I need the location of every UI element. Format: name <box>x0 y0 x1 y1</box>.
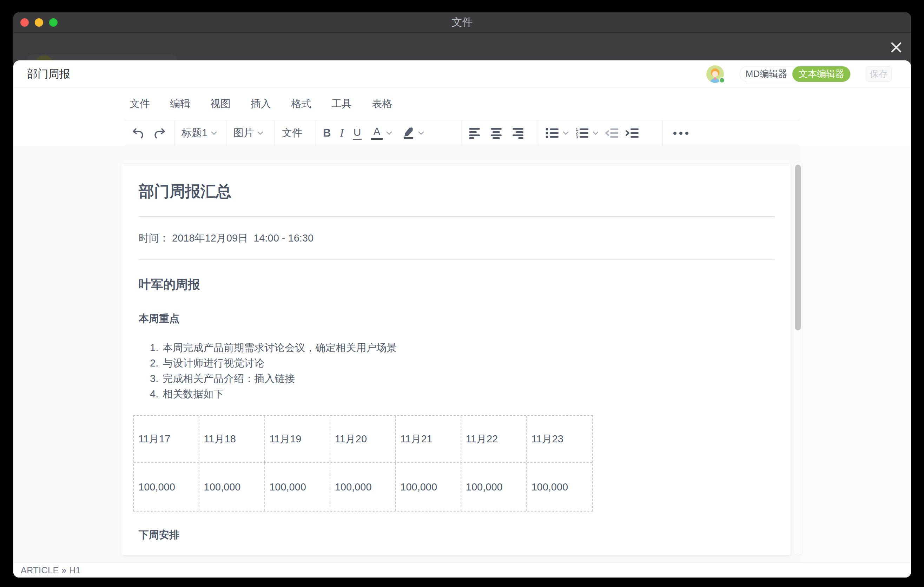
breadcrumb: ARTICLE » H1 <box>21 565 81 575</box>
table-value-cell[interactable]: 100,000 <box>265 463 330 511</box>
scrollbar-thumb[interactable] <box>795 165 801 330</box>
menu-item[interactable]: 表格 <box>367 95 397 113</box>
menu-item[interactable]: 视图 <box>205 95 236 113</box>
italic-button[interactable]: I <box>340 127 343 139</box>
bold-button[interactable]: B <box>323 127 331 139</box>
chevron-down-icon <box>386 131 392 135</box>
outdent-icon[interactable] <box>605 127 619 139</box>
more-group <box>663 120 799 146</box>
window-title: 文件 <box>13 15 911 30</box>
content-right-margin <box>803 146 911 562</box>
heading-group: 标题1 <box>175 120 226 146</box>
header-actions: MD编辑器 文本编辑器 保存 <box>706 60 892 87</box>
document-title-label: 部门周报 <box>27 67 70 81</box>
editor-mode-toggle: MD编辑器 文本编辑器 <box>740 66 851 82</box>
table-value-cell[interactable]: 100,000 <box>200 463 265 511</box>
divider <box>139 216 775 217</box>
md-editor-tab[interactable]: MD编辑器 <box>740 66 793 82</box>
list-item[interactable]: 完成相关产品介绍：插入链接 <box>150 371 775 386</box>
doc-ordered-list: 本周完成产品前期需求讨论会议，确定相关用户场景与设计师进行视觉讨论完成相关产品介… <box>139 340 775 402</box>
chevron-down-icon <box>418 131 424 135</box>
highlight-color-button[interactable] <box>401 126 424 140</box>
table-value-cell[interactable]: 100,000 <box>526 463 592 511</box>
file-group: 文件 <box>275 120 316 146</box>
menu-item[interactable]: 插入 <box>246 95 276 113</box>
align-center-icon[interactable] <box>490 127 503 139</box>
screen: 文件 部门周报 <box>0 0 924 587</box>
list-indent-group: 1 2 3 <box>538 120 663 146</box>
document-page[interactable]: 部门周报汇总 时间： 2018年12月09日 14:00 - 16:30 叶军的… <box>121 163 791 556</box>
text-editor-tab[interactable]: 文本编辑器 <box>792 66 851 82</box>
attach-file-button[interactable]: 文件 <box>282 126 302 140</box>
align-left-icon[interactable] <box>468 127 481 139</box>
menu-item[interactable]: 编辑 <box>165 95 195 113</box>
font-color-button[interactable]: A <box>371 126 392 140</box>
doc-heading-1[interactable]: 部门周报汇总 <box>139 181 775 202</box>
scrollbar-track[interactable] <box>793 162 803 556</box>
menu-bar: 文件编辑视图插入格式工具表格 <box>13 88 911 120</box>
text-style-group: B I U A <box>316 120 461 146</box>
menu-item[interactable]: 文件 <box>125 95 155 113</box>
history-group <box>125 120 175 146</box>
image-dropdown[interactable]: 图片 <box>233 126 263 140</box>
more-options-icon[interactable] <box>673 132 688 135</box>
align-right-icon[interactable] <box>512 127 525 139</box>
menu-item[interactable]: 工具 <box>327 95 357 113</box>
redo-icon[interactable] <box>153 127 166 139</box>
chevron-down-icon <box>563 131 569 135</box>
window-titlebar: 文件 <box>13 12 911 33</box>
svg-text:3: 3 <box>576 135 578 139</box>
numbered-list-icon: 1 2 3 <box>575 127 589 139</box>
numbered-list-button[interactable]: 1 2 3 <box>575 127 599 139</box>
highlighter-icon <box>401 126 414 140</box>
table-value-row: 100,000100,000100,000100,000100,000100,0… <box>134 463 592 511</box>
formatting-toolbar: 标题1 图片 文件 B I <box>125 120 799 146</box>
table-value-cell[interactable]: 100,000 <box>396 463 461 511</box>
table-header-cell[interactable]: 11月22 <box>461 416 527 462</box>
bullet-list-icon <box>545 127 559 139</box>
undo-icon[interactable] <box>132 127 144 139</box>
editor-modal: 部门周报 <box>13 60 911 577</box>
table-header-cell[interactable]: 11月21 <box>396 416 461 462</box>
heading-dropdown[interactable]: 标题1 <box>182 126 217 140</box>
list-item[interactable]: 与设计师进行视觉讨论 <box>150 355 775 371</box>
indent-icon[interactable] <box>625 127 639 139</box>
doc-section-heading[interactable]: 叶军的周报 <box>139 276 775 293</box>
menu-item[interactable]: 格式 <box>286 95 316 113</box>
table-value-cell[interactable]: 100,000 <box>330 463 396 511</box>
table-header-row: 11月1711月1811月1911月2011月2111月2211月23 <box>134 416 592 463</box>
doc-subsection-this-week[interactable]: 本周重点 <box>139 312 775 326</box>
alignment-group <box>461 120 538 146</box>
doc-subsection-next-week[interactable]: 下周安排 <box>139 528 775 542</box>
modal-header: 部门周报 <box>13 60 911 88</box>
table-header-cell[interactable]: 11月23 <box>526 416 592 462</box>
table-header-cell[interactable]: 11月19 <box>265 416 330 462</box>
app-window: 文件 部门周报 <box>13 12 911 577</box>
table-header-cell[interactable]: 11月17 <box>134 416 200 462</box>
chevron-down-icon <box>257 131 263 135</box>
table-header-cell[interactable]: 11月18 <box>200 416 265 462</box>
bullet-list-button[interactable] <box>545 127 569 139</box>
editor-content-area: 部门周报汇总 时间： 2018年12月09日 14:00 - 16:30 叶军的… <box>13 146 911 562</box>
save-button[interactable]: 保存 <box>866 66 892 82</box>
doc-time-line[interactable]: 时间： 2018年12月09日 14:00 - 16:30 <box>139 231 775 246</box>
list-item[interactable]: 本周完成产品前期需求讨论会议，确定相关用户场景 <box>150 340 775 355</box>
status-bar: ARTICLE » H1 <box>13 562 911 577</box>
image-group: 图片 <box>226 120 275 146</box>
divider <box>139 259 775 260</box>
online-status-dot <box>719 77 725 83</box>
underline-button[interactable]: U <box>353 126 362 140</box>
table-value-cell[interactable]: 100,000 <box>461 463 527 511</box>
table-header-cell[interactable]: 11月20 <box>330 416 396 462</box>
chevron-down-icon <box>211 131 217 135</box>
table-value-cell[interactable]: 100,000 <box>134 463 200 511</box>
avatar[interactable] <box>706 65 724 83</box>
list-item[interactable]: 相关数据如下 <box>150 386 775 402</box>
doc-table: 11月1711月1811月1911月2011月2111月2211月23 100,… <box>133 415 593 511</box>
close-icon[interactable] <box>889 40 904 55</box>
chevron-down-icon <box>592 131 599 135</box>
